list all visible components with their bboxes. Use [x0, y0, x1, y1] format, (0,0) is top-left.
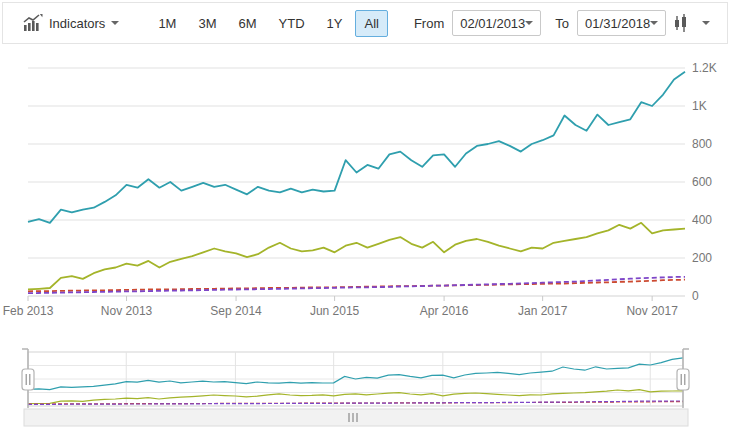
caret-down-icon	[650, 21, 658, 25]
y-axis-label: 200	[692, 251, 712, 265]
x-axis-label: Nov 2013	[101, 304, 153, 318]
from-date-input[interactable]: 02/01/2013	[452, 10, 541, 36]
y-axis-label: 600	[692, 175, 712, 189]
x-axis-label: Apr 2016	[420, 304, 469, 318]
main-axes: 02004006008001K1.2KFeb 2013Nov 2013Sep 2…	[3, 61, 717, 318]
series-red-dashed	[28, 280, 685, 292]
caret-down-icon	[111, 21, 119, 25]
caret-down-icon	[525, 21, 533, 25]
y-axis-label: 0	[692, 289, 699, 303]
to-label: To	[555, 16, 569, 31]
range-button-3m[interactable]: 3M	[189, 10, 225, 37]
to-date-value: 01/31/2018	[585, 16, 650, 31]
toolbar: Indicators 1M3M6MYTD1YAll From 02/01/201…	[2, 2, 728, 44]
range-button-6m[interactable]: 6M	[230, 10, 266, 37]
x-axis-label: Jun 2015	[310, 304, 360, 318]
indicators-label: Indicators	[49, 16, 105, 31]
x-axis-label: Jan 2017	[518, 304, 568, 318]
range-button-ytd[interactable]: YTD	[270, 10, 314, 37]
range-button-group: 1M3M6MYTD1YAll	[149, 10, 388, 37]
x-axis-label: Nov 2017	[626, 304, 678, 318]
from-label: From	[414, 16, 444, 31]
indicators-button[interactable]: Indicators	[15, 8, 127, 38]
y-axis-label: 400	[692, 213, 712, 227]
range-button-all[interactable]: All	[355, 10, 387, 37]
range-button-1y[interactable]: 1Y	[318, 10, 352, 37]
series-teal	[28, 72, 685, 223]
stock-chart-widget: Indicators 1M3M6MYTD1YAll From 02/01/201…	[0, 0, 730, 436]
y-axis-label: 800	[692, 137, 712, 151]
navigator-scrollbar-track[interactable]	[24, 409, 688, 426]
to-date-input[interactable]: 01/31/2018	[577, 10, 666, 36]
range-navigator	[22, 349, 689, 426]
series-olive	[28, 223, 685, 290]
chart-canvas: 02004006008001K1.2KFeb 2013Nov 2013Sep 2…	[0, 0, 730, 436]
y-axis-label: 1.2K	[692, 61, 717, 75]
caret-down-icon	[702, 21, 710, 25]
range-button-1m[interactable]: 1M	[149, 10, 185, 37]
from-date-value: 02/01/2013	[460, 16, 525, 31]
x-axis-label: Feb 2013	[3, 304, 54, 318]
x-axis-label: Sep 2014	[210, 304, 262, 318]
series-type-selector[interactable]	[666, 9, 716, 37]
candlestick-icon	[672, 13, 690, 33]
y-axis-label: 1K	[692, 99, 707, 113]
bar-chart-growth-icon	[23, 14, 43, 32]
series-purple-dashed	[28, 277, 685, 293]
